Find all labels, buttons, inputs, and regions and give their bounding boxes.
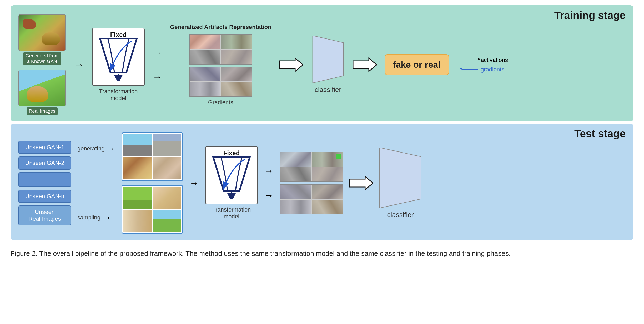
main-diagram: Training stage Generated from a Known GA…	[11, 5, 633, 259]
funnel-svg	[97, 33, 139, 81]
gan-list: Unseen GAN-1 Unseen GAN-2 ··· Unseen GAN…	[18, 141, 71, 225]
test-transform-box: Fixed	[205, 146, 258, 220]
test-title: Test stage	[574, 128, 626, 140]
gradients-legend-label: gradients	[481, 66, 505, 73]
caption: Figure 2. The overall pipeline of the pr…	[11, 248, 589, 259]
fake-horse-img	[19, 15, 65, 51]
grad-cell-5	[190, 67, 220, 82]
gan-ellipsis: ···	[18, 172, 71, 187]
tg-2	[312, 152, 343, 167]
test-classifier-label: classifier	[387, 211, 414, 219]
test-classifier-box: classifier	[379, 148, 421, 219]
real-image-label: Real Images	[27, 107, 57, 115]
test-cell-4	[153, 157, 181, 179]
test-cell-3	[123, 157, 152, 179]
tg-6	[312, 185, 343, 199]
big-arrow-svg-2	[353, 57, 377, 73]
transform-inner: Fixed	[92, 28, 145, 86]
grad-cell-3	[190, 50, 220, 64]
gan-image-box	[18, 14, 66, 51]
test-big-arrow-svg	[349, 175, 373, 191]
test-funnel-svg	[210, 151, 253, 199]
test-grad-top	[280, 152, 343, 182]
gradients-panel: Generalized Artifacts Representation Gra…	[170, 24, 271, 106]
classifier-svg	[311, 36, 345, 83]
legend-activations: activations	[462, 57, 508, 63]
test-arrow-2: → →	[264, 165, 274, 201]
test-image-panels	[122, 132, 183, 234]
big-arrow-2	[353, 57, 377, 73]
real-image-box	[18, 70, 66, 106]
generating-row: generating →	[77, 144, 115, 153]
gan-box-1: Unseen GAN-1	[18, 141, 71, 154]
svg-marker-0	[279, 58, 303, 71]
training-image-stack: Generated from a Known GAN Real Images	[18, 14, 66, 115]
test-img-grid-bottom	[123, 187, 181, 232]
test-cell-1	[123, 134, 152, 156]
svg-marker-2	[353, 58, 377, 71]
test-img-grid-top	[123, 134, 181, 179]
tg-3	[280, 167, 311, 182]
gan-box-2: Unseen GAN-2	[18, 156, 71, 170]
transform-model-box: Fixed	[92, 28, 145, 102]
test-image-panel-top	[122, 132, 183, 181]
activations-arrow	[462, 60, 478, 60]
tg-4	[312, 167, 343, 182]
grad-cell-2	[221, 35, 252, 49]
test-classifier-svg	[379, 148, 421, 208]
big-arrow-svg	[279, 57, 303, 73]
sampling-arrow: →	[103, 213, 111, 222]
gradient-bottom	[189, 67, 252, 97]
classifier-label: classifier	[315, 86, 341, 94]
training-title: Training stage	[554, 9, 626, 21]
training-content: Generated from a Known GAN Real Images →…	[18, 14, 626, 115]
gradients-arrow	[462, 69, 478, 70]
gar-title: Generalized Artifacts Representation	[170, 24, 271, 31]
fake-real-box: fake or real	[385, 54, 449, 75]
test-image-panel-bottom	[122, 185, 183, 234]
caption-text: Figure 2. The overall pipeline of the pr…	[11, 249, 511, 257]
gan-image-label: Generated from a Known GAN	[23, 52, 61, 65]
arrow-2: → →	[153, 47, 162, 82]
svg-marker-3	[349, 176, 373, 190]
svg-marker-1	[313, 36, 343, 83]
test-cell-7	[123, 210, 152, 232]
tg-1	[280, 152, 311, 167]
grad-cell-6	[221, 67, 252, 82]
test-arrow-1: →	[189, 178, 199, 189]
classifier-box: classifier	[311, 36, 345, 94]
grad-cell-4	[221, 50, 252, 64]
activations-label: activations	[481, 57, 508, 63]
gradient-top	[189, 34, 252, 65]
grad-cell-8	[221, 82, 252, 96]
tg-highlight	[336, 154, 341, 159]
test-cell-6	[153, 187, 181, 209]
fixed-label: Fixed	[110, 31, 127, 38]
tg-8	[312, 200, 343, 214]
generating-label: generating	[77, 145, 105, 152]
test-fixed-label: Fixed	[223, 149, 240, 157]
transform-label: Transformation model	[99, 88, 138, 102]
grad-cell-7	[190, 82, 220, 96]
test-transform-inner: Fixed	[205, 146, 258, 204]
legend-gradients: gradients	[462, 66, 508, 73]
gan-box-n: Unseen GAN-n	[18, 190, 71, 203]
tg-5	[280, 185, 311, 199]
test-cell-2	[153, 134, 181, 156]
real-horse-img	[19, 70, 65, 106]
spacer	[77, 175, 115, 191]
gen-sample-area: generating → sampling →	[77, 133, 115, 233]
generating-arrow: →	[107, 144, 115, 153]
tg-7	[280, 200, 311, 214]
gradients-label: Gradients	[208, 99, 233, 106]
test-transform-label: Transformation model	[212, 206, 251, 220]
grad-cell-1	[190, 35, 220, 49]
sampling-label: sampling	[77, 214, 100, 221]
test-cell-8	[153, 210, 181, 232]
real-image-wrapper: Real Images	[18, 70, 66, 115]
svg-marker-4	[379, 148, 421, 208]
gan-image-wrapper: Generated from a Known GAN	[18, 14, 66, 65]
legend: activations gradients	[462, 57, 508, 73]
test-stage: Test stage Unseen GAN-1 Unseen GAN-2 ···…	[11, 124, 633, 240]
gan-real: Unseen Real Images	[18, 205, 71, 225]
